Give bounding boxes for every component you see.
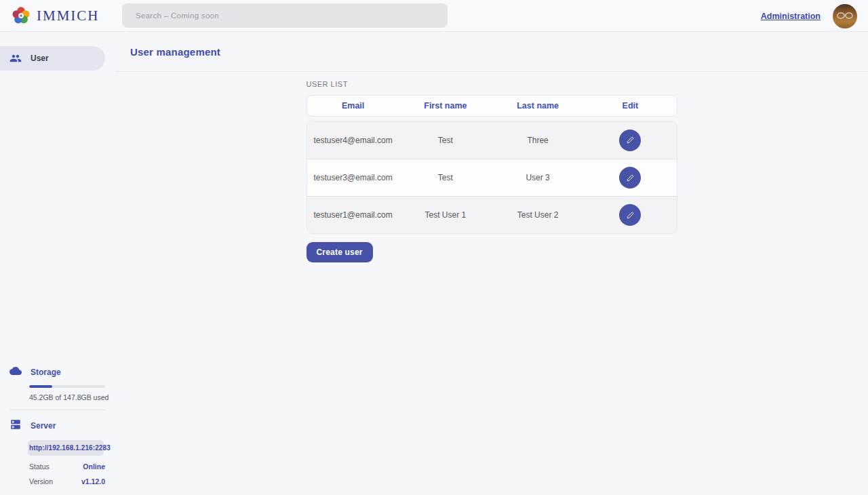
server-title: Server	[31, 421, 56, 431]
pencil-icon	[625, 135, 635, 145]
sidebar-item-users[interactable]: User	[0, 46, 105, 71]
cell-email: testuser1@email.com	[307, 210, 399, 220]
immich-logo: IMMICH	[11, 5, 100, 26]
user-list-label: USER LIST	[307, 80, 677, 88]
admin-sidebar: User Storage 45.2GB of 147.8GB used Serv…	[0, 32, 115, 495]
cell-last-name: Test User 2	[492, 210, 584, 220]
page-title: User management	[130, 46, 220, 58]
status-label: Status	[29, 462, 50, 471]
edit-user-button[interactable]	[619, 130, 641, 151]
status-value: Online	[83, 462, 105, 471]
cell-first-name: Test User 1	[399, 210, 492, 220]
user-table-header: Email First name Last name Edit	[307, 95, 677, 117]
people-icon	[9, 52, 22, 64]
sidebar-item-label: User	[31, 54, 49, 63]
user-table: testuser4@email.com Test Three testuser3…	[307, 121, 677, 234]
version-label: Version	[29, 477, 53, 486]
immich-flower-icon	[11, 5, 31, 26]
server-status-row: Status Online	[29, 462, 105, 471]
cell-email: testuser4@email.com	[307, 136, 399, 145]
column-header-email: Email	[307, 101, 399, 111]
cell-email: testuser3@email.com	[307, 173, 399, 182]
storage-usage-text: 45.2GB of 147.8GB used	[29, 393, 115, 401]
sidebar-divider	[9, 410, 105, 410]
search-input[interactable]	[122, 3, 448, 28]
administration-link[interactable]: Administration	[761, 12, 821, 21]
table-row: testuser1@email.com Test User 1 Test Use…	[307, 196, 677, 233]
pencil-icon	[625, 210, 635, 220]
server-version-row: Version v1.12.0	[29, 477, 105, 486]
column-header-edit: Edit	[584, 101, 676, 111]
version-value: v1.12.0	[81, 477, 105, 486]
column-header-first-name: First name	[399, 101, 492, 111]
cell-last-name: Three	[492, 136, 584, 145]
storage-progress-fill	[29, 385, 52, 388]
page-header: User management	[115, 32, 868, 72]
user-avatar[interactable]	[833, 4, 857, 28]
cell-first-name: Test	[399, 173, 492, 182]
main-content: User management USER LIST Email First na…	[115, 32, 868, 495]
server-url: http://192.168.1.216:2283	[28, 440, 104, 456]
storage-progress-bar	[29, 385, 105, 388]
brand-text: IMMICH	[37, 7, 100, 24]
server-icon	[9, 418, 22, 433]
table-row: testuser4@email.com Test Three	[307, 121, 677, 159]
table-row: testuser3@email.com Test User 3	[307, 159, 677, 196]
storage-title: Storage	[31, 368, 61, 377]
cell-first-name: Test	[399, 136, 492, 145]
top-bar: IMMICH Administration	[0, 0, 868, 32]
edit-user-button[interactable]	[619, 204, 641, 226]
glasses-icon	[835, 12, 854, 20]
sidebar-status-panel: Storage 45.2GB of 147.8GB used Server ht…	[0, 365, 115, 495]
cell-last-name: User 3	[492, 173, 584, 182]
pencil-icon	[625, 173, 635, 183]
cloud-icon	[9, 365, 22, 380]
create-user-button[interactable]: Create user	[307, 242, 373, 262]
column-header-last-name: Last name	[492, 101, 584, 111]
edit-user-button[interactable]	[619, 167, 641, 189]
